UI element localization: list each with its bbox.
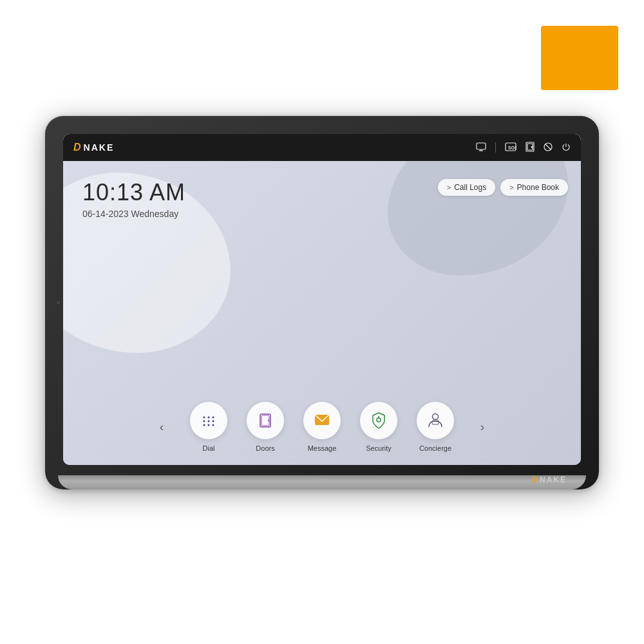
- screen: D NAKE: [63, 134, 581, 465]
- svg-point-10: [204, 417, 205, 419]
- call-logs-arrow: >: [447, 184, 451, 191]
- speaker-dot: [57, 301, 60, 305]
- svg-rect-0: [477, 143, 486, 149]
- app-message[interactable]: Message: [303, 402, 341, 452]
- svg-point-23: [377, 418, 381, 422]
- svg-point-15: [213, 421, 214, 422]
- device-logo-initial: D: [532, 475, 538, 484]
- phone-book-button[interactable]: > Phone Book: [500, 179, 568, 196]
- block-icon[interactable]: [544, 142, 553, 153]
- call-logs-label: Call Logs: [454, 183, 486, 192]
- topbar-icons: SOS: [476, 142, 571, 154]
- phone-book-label: Phone Book: [517, 183, 559, 192]
- phone-book-arrow: >: [509, 184, 513, 191]
- svg-point-7: [531, 146, 533, 147]
- logo-initial: D: [73, 142, 81, 153]
- quick-buttons: > Call Logs > Phone Book: [438, 179, 568, 196]
- screen-topbar: D NAKE: [63, 134, 581, 161]
- nav-prev-button[interactable]: ‹: [153, 418, 171, 436]
- door-icon-circle: [247, 402, 284, 439]
- app-doors[interactable]: Doors: [247, 402, 284, 452]
- svg-point-12: [213, 417, 214, 419]
- svg-point-11: [208, 417, 210, 419]
- message-icon: [314, 413, 330, 428]
- security-label: Security: [366, 444, 392, 452]
- time-display: 10:13 AM 06-14-2023 Wednesday: [82, 179, 185, 219]
- nav-next-button[interactable]: ›: [473, 418, 491, 436]
- dial-icon: [200, 412, 217, 429]
- app-dial[interactable]: Dial: [190, 402, 227, 452]
- svg-line-9: [545, 144, 551, 149]
- power-icon[interactable]: [562, 142, 571, 153]
- screen-content: 10:13 AM 06-14-2023 Wednesday > Call Log…: [63, 161, 581, 465]
- doors-label: Doors: [256, 444, 274, 452]
- dial-icon-circle: [190, 402, 227, 439]
- call-logs-button[interactable]: > Call Logs: [438, 179, 495, 196]
- topbar-divider: [495, 142, 496, 153]
- device-logo-text: NAKE: [540, 475, 567, 484]
- door-icon-topbar[interactable]: [526, 142, 535, 154]
- dnake-logo: D NAKE: [73, 142, 114, 153]
- door-icon-app: [257, 412, 274, 429]
- svg-point-18: [213, 424, 214, 426]
- device-bottom-logo: D NAKE: [532, 475, 567, 484]
- security-icon-circle: [360, 402, 397, 439]
- svg-text:SOS: SOS: [508, 146, 516, 150]
- svg-point-16: [204, 424, 205, 426]
- logo-text: NAKE: [84, 142, 115, 153]
- device: D NAKE: [45, 116, 599, 489]
- device-body: D NAKE: [45, 116, 599, 489]
- security-icon: [370, 412, 387, 430]
- message-label: Message: [308, 444, 337, 452]
- svg-point-13: [204, 421, 205, 422]
- message-icon-circle: [303, 402, 341, 439]
- concierge-icon-circle: [417, 402, 454, 439]
- device-bottom-edge: [58, 475, 586, 489]
- concierge-label: Concierge: [419, 444, 451, 452]
- app-security[interactable]: Security: [360, 402, 397, 452]
- svg-point-14: [208, 421, 210, 422]
- monitor-icon[interactable]: [476, 142, 486, 153]
- svg-point-17: [208, 424, 210, 426]
- concierge-icon: [427, 412, 444, 430]
- dial-label: Dial: [203, 444, 215, 452]
- app-concierge[interactable]: Concierge: [417, 402, 454, 452]
- svg-point-25: [433, 414, 439, 420]
- date-text: 06-14-2023 Wednesday: [82, 209, 185, 219]
- time-text: 10:13 AM: [82, 179, 185, 206]
- orange-square: [541, 26, 618, 90]
- sos-icon[interactable]: SOS: [505, 142, 516, 153]
- app-icons-row: ‹: [63, 402, 581, 452]
- svg-point-21: [268, 420, 269, 421]
